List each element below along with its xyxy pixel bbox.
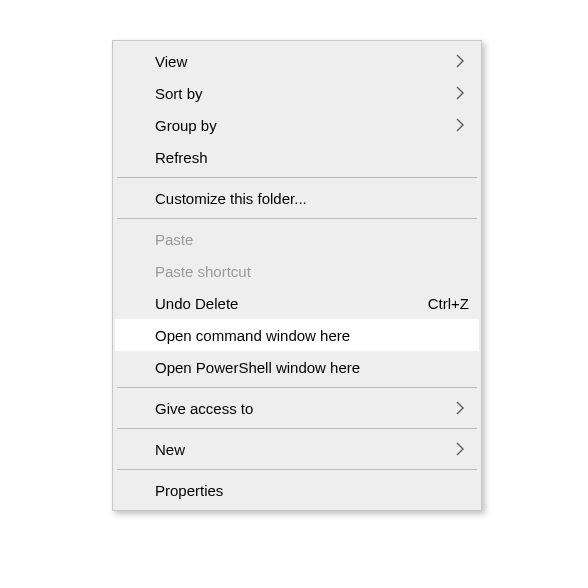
menu-item-new[interactable]: New (115, 433, 479, 465)
menu-separator (117, 177, 477, 178)
chevron-right-icon (451, 442, 469, 456)
menu-item-label: Paste shortcut (155, 263, 469, 280)
menu-item-refresh[interactable]: Refresh (115, 141, 479, 173)
menu-item-properties[interactable]: Properties (115, 474, 479, 506)
chevron-right-icon (451, 86, 469, 100)
menu-item-label: Open PowerShell window here (155, 359, 469, 376)
menu-item-undo-delete[interactable]: Undo Delete Ctrl+Z (115, 287, 479, 319)
menu-item-open-powershell-window[interactable]: Open PowerShell window here (115, 351, 479, 383)
chevron-right-icon (451, 401, 469, 415)
menu-item-give-access-to[interactable]: Give access to (115, 392, 479, 424)
menu-separator (117, 428, 477, 429)
menu-item-label: New (155, 441, 451, 458)
menu-item-label: Undo Delete (155, 295, 414, 312)
menu-item-label: Sort by (155, 85, 451, 102)
menu-item-paste: Paste (115, 223, 479, 255)
menu-item-open-command-window[interactable]: Open command window here (115, 319, 479, 351)
menu-item-label: Give access to (155, 400, 451, 417)
chevron-right-icon (451, 118, 469, 132)
menu-separator (117, 387, 477, 388)
explorer-context-menu: View Sort by Group by Refresh Customize … (112, 40, 482, 511)
menu-item-group-by[interactable]: Group by (115, 109, 479, 141)
menu-item-customize-folder[interactable]: Customize this folder... (115, 182, 479, 214)
menu-item-paste-shortcut: Paste shortcut (115, 255, 479, 287)
menu-item-view[interactable]: View (115, 45, 479, 77)
menu-item-shortcut: Ctrl+Z (428, 295, 469, 312)
chevron-right-icon (451, 54, 469, 68)
menu-item-label: Customize this folder... (155, 190, 469, 207)
menu-item-label: Open command window here (155, 327, 469, 344)
menu-item-label: Refresh (155, 149, 469, 166)
menu-separator (117, 469, 477, 470)
menu-separator (117, 218, 477, 219)
menu-item-sort-by[interactable]: Sort by (115, 77, 479, 109)
menu-item-label: View (155, 53, 451, 70)
menu-item-label: Group by (155, 117, 451, 134)
menu-item-label: Paste (155, 231, 469, 248)
menu-item-label: Properties (155, 482, 469, 499)
